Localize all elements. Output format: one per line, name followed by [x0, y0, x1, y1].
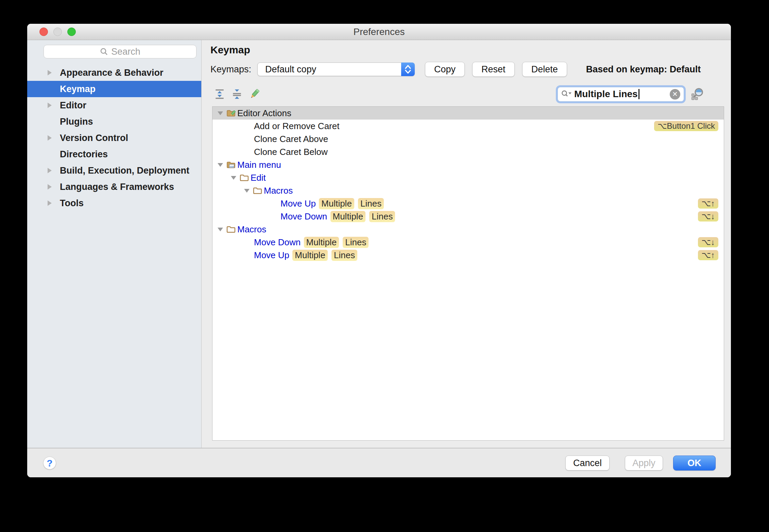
- sidebar-search-placeholder: Search: [111, 47, 140, 57]
- chevron-right-icon: [48, 135, 52, 141]
- sidebar-search-input[interactable]: Search: [44, 45, 196, 58]
- tree-row-move-down-multiple-lines[interactable]: Move Down Multiple Lines⌥↓: [212, 236, 724, 249]
- tree-row-label: Editor Actions: [237, 108, 291, 119]
- sidebar-item-label: Plugins: [60, 117, 93, 127]
- desktop-background: Preferences Search Appearance & Behavior…: [0, 0, 769, 532]
- chevron-down-icon[interactable]: [218, 163, 226, 167]
- tree-row-label: Macros: [264, 185, 293, 196]
- minimize-window-button[interactable]: [53, 28, 62, 36]
- text-caret: [638, 89, 639, 99]
- search-match-highlight: Multiple: [319, 198, 354, 209]
- chevron-right-icon: [48, 184, 52, 190]
- combo-stepper-icon: [401, 63, 415, 76]
- zoom-window-button[interactable]: [67, 28, 76, 36]
- sidebar-item-label: Directories: [60, 149, 108, 159]
- tree-row-label: Add or Remove Caret: [254, 121, 339, 131]
- sidebar-item-build-execution-deployment[interactable]: Build, Execution, Deployment: [27, 162, 201, 179]
- chevron-right-icon: [48, 70, 52, 75]
- search-match-highlight: Lines: [358, 198, 384, 209]
- reset-button[interactable]: Reset: [472, 62, 515, 77]
- titlebar[interactable]: Preferences: [27, 24, 731, 40]
- sidebar-item-directories[interactable]: Directories: [27, 146, 201, 162]
- tree-row-move-up-multiple-lines[interactable]: Move Up Multiple Lines⌥↑: [212, 197, 724, 210]
- help-button[interactable]: ?: [43, 457, 56, 469]
- tree-row-move-up-multiple-lines[interactable]: Move Up Multiple Lines⌥↑: [212, 249, 724, 262]
- cancel-button[interactable]: Cancel: [565, 456, 610, 471]
- sidebar-item-languages-frameworks[interactable]: Languages & Frameworks: [27, 179, 201, 195]
- tree-row-label: Move Up: [280, 198, 318, 209]
- chevron-down-icon[interactable]: [218, 111, 226, 115]
- dialog-footer: ? Cancel Apply OK: [27, 448, 731, 477]
- chevron-down-icon[interactable]: [231, 176, 240, 180]
- sidebar-item-plugins[interactable]: Plugins: [27, 113, 201, 130]
- tree-row-main-menu[interactable]: Main menu: [212, 158, 724, 171]
- keymap-select-value: Default copy: [258, 64, 401, 75]
- preferences-window: Preferences Search Appearance & Behavior…: [27, 24, 731, 477]
- search-options-icon: [561, 90, 572, 99]
- shortcut-badge: ⌥↓: [698, 211, 718, 221]
- settings-sidebar: Search Appearance & BehaviorKeymapEditor…: [27, 40, 202, 448]
- sidebar-item-version-control[interactable]: Version Control: [27, 130, 201, 146]
- chevron-right-icon: [48, 200, 52, 206]
- keymaps-label: Keymaps:: [210, 64, 251, 75]
- tree-row-macros[interactable]: Macros: [212, 184, 724, 197]
- tree-row-label: Macros: [237, 224, 266, 235]
- footer-buttons: Cancel Apply OK: [565, 456, 716, 471]
- search-match-highlight: Lines: [343, 237, 369, 248]
- tree-row-label: Move Down: [254, 237, 303, 248]
- copy-button[interactable]: Copy: [425, 62, 465, 77]
- keymaps-row: Keymaps: Default copy Copy Reset Delete: [210, 61, 724, 77]
- apply-button[interactable]: Apply: [625, 456, 663, 471]
- sidebar-item-label: Appearance & Behavior: [60, 68, 164, 78]
- search-match-highlight: Lines: [331, 250, 357, 261]
- tree-row-clone-caret-below[interactable]: Clone Caret Below: [212, 145, 724, 158]
- tree-row-label: Move Down: [280, 211, 330, 222]
- tree-row-clone-caret-above[interactable]: Clone Caret Above: [212, 132, 724, 145]
- chevron-down-icon[interactable]: [244, 189, 253, 193]
- folder-icon: [226, 225, 237, 234]
- edit-shortcut-button[interactable]: [249, 88, 260, 100]
- close-window-button[interactable]: [39, 28, 48, 36]
- chevron-down-icon[interactable]: [218, 228, 226, 231]
- keymap-panel: Keymap Keymaps: Default copy Copy Re: [202, 40, 731, 448]
- delete-button[interactable]: Delete: [522, 62, 567, 77]
- tree-row-edit[interactable]: Edit: [212, 171, 724, 184]
- tree-row-label: Main menu: [237, 160, 281, 170]
- expand-all-icon: [214, 89, 225, 100]
- action-search-field[interactable]: Multiple Lines ✕: [558, 87, 684, 102]
- tree-row-label: Edit: [251, 173, 266, 183]
- ok-button[interactable]: OK: [673, 456, 716, 471]
- page-title: Keymap: [210, 44, 250, 56]
- tree-row-macros[interactable]: Macros: [212, 223, 724, 236]
- folder-icon: [240, 174, 251, 182]
- search-match-highlight: Multiple: [304, 237, 339, 248]
- shortcut-badge: ⌥↑: [698, 198, 718, 209]
- shortcut-badge: ⌥↓: [698, 237, 718, 247]
- chevron-right-icon: [48, 168, 52, 173]
- tree-row-label: Clone Caret Above: [254, 134, 328, 144]
- tree-row-add-or-remove-caret[interactable]: Add or Remove Caret⌥Button1 Click: [212, 120, 724, 132]
- tree-row-label: [366, 211, 369, 222]
- search-match-highlight: Lines: [369, 211, 395, 222]
- expand-all-button[interactable]: [214, 88, 225, 100]
- collapse-all-button[interactable]: [231, 88, 243, 100]
- sidebar-item-tools[interactable]: Tools: [27, 195, 201, 211]
- tree-toolbar: Multiple Lines ✕: [214, 85, 724, 103]
- shortcut-badge: ⌥Button1 Click: [654, 121, 718, 131]
- folder-menu-icon: [226, 161, 237, 169]
- sidebar-item-label: Editor: [60, 100, 86, 110]
- tree-row-move-down-multiple-lines[interactable]: Move Down Multiple Lines⌥↓: [212, 210, 724, 223]
- tree-row-editor-actions[interactable]: Editor Actions: [212, 107, 724, 120]
- tree-row-label: Move Up: [254, 250, 292, 261]
- search-match-highlight: Multiple: [330, 211, 366, 222]
- tree-row-label: [328, 250, 331, 261]
- clear-search-button[interactable]: ✕: [670, 89, 680, 100]
- collapse-all-icon: [232, 89, 242, 100]
- find-by-shortcut-button[interactable]: [690, 87, 704, 101]
- sidebar-item-keymap[interactable]: Keymap: [27, 81, 201, 97]
- keymap-select[interactable]: Default copy: [257, 63, 415, 76]
- sidebar-item-editor[interactable]: Editor: [27, 97, 201, 113]
- tree-row-label: Clone Caret Below: [254, 147, 328, 157]
- tree-row-label: [355, 198, 357, 209]
- sidebar-item-appearance-behavior[interactable]: Appearance & Behavior: [27, 65, 201, 81]
